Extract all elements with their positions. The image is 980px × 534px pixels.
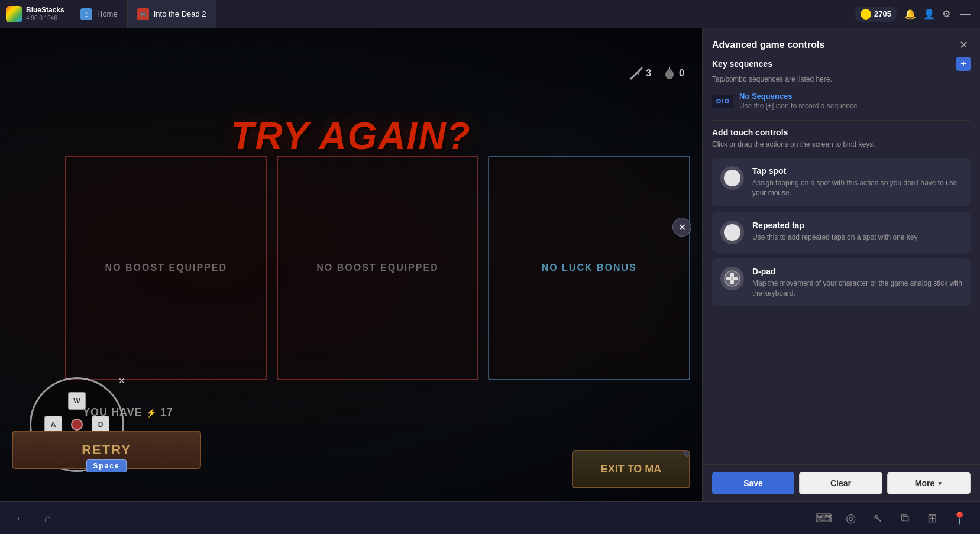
svg-rect-5 — [668, 69, 671, 71]
app-name: BlueStacks — [26, 7, 64, 14]
game-hud: 3 0 — [630, 67, 684, 80]
save-button[interactable]: Save — [712, 472, 794, 494]
repeated-tap-text: Repeated tap Use this to add repeated ta… — [752, 221, 962, 242]
right-panel: Advanced game controls ✕ Key sequences +… — [702, 28, 980, 501]
panel-title: Advanced game controls — [712, 40, 824, 50]
app-name-block: BlueStacks 4.90.0.1046 — [26, 7, 64, 21]
knife-count: 3 — [646, 68, 651, 79]
tap-spot-desc: Assign tapping on a spot with this actio… — [752, 178, 962, 198]
settings-icon[interactable]: ⚙ — [942, 8, 950, 20]
clear-button[interactable]: Clear — [799, 472, 882, 494]
exit-key-badge: Enter — [618, 450, 644, 451]
dpad-center — [71, 419, 83, 431]
top-bar: BlueStacks 4.90.0.1046 ⌂ Home 🎮 Into the… — [0, 0, 980, 28]
dpad-close-icon[interactable]: ✕ — [118, 376, 125, 386]
game-tab-icon: 🎮 — [137, 8, 149, 20]
exit-close-icon[interactable]: ✕ — [683, 450, 690, 457]
seq-line — [722, 99, 723, 103]
retry-key-badge: Space — [86, 459, 126, 472]
topbar-right: 2705 🔔 👤 ⚙ — — [855, 7, 980, 22]
panel-close-x[interactable]: ✕ — [672, 218, 691, 237]
notification-icon[interactable]: 🔔 — [904, 8, 916, 20]
coin-icon — [861, 9, 871, 20]
more-button[interactable]: More ▼ — [887, 472, 971, 494]
bluestacks-logo-icon — [6, 6, 22, 22]
tab-home-label: Home — [97, 9, 118, 18]
minimize-button[interactable]: — — [960, 8, 971, 20]
home-tab-icon: ⌂ — [80, 8, 92, 20]
dpad-item[interactable]: D-pad Map the movement of your character… — [712, 258, 971, 307]
panel-header: Advanced game controls ✕ — [703, 28, 980, 57]
seq-dot-1 — [716, 99, 721, 103]
panel-close-button[interactable]: ✕ — [956, 38, 971, 52]
repeated-tap-item[interactable]: Repeated tap Use this to add repeated ta… — [712, 212, 971, 253]
add-touch-title: Add touch controls — [712, 128, 971, 137]
no-sequences-item: No Sequences Use the [+] icon to record … — [712, 92, 971, 111]
panel-content: Key sequences + Tap/combo sequences are … — [703, 57, 980, 464]
boost-panels: NO BOOST EQUIPPED NO BOOST EQUIPPED NO L… — [65, 156, 690, 380]
toolbar-back-icon[interactable]: ← — [12, 512, 30, 525]
dpad-item-name: D-pad — [752, 267, 962, 276]
coin-display: 2705 — [855, 7, 897, 22]
boost-panel-1: NO BOOST EQUIPPED — [65, 156, 267, 380]
panel-footer: Save Clear More ▼ — [703, 464, 980, 501]
tab-game[interactable]: 🎮 Into the Dead 2 — [128, 0, 216, 28]
you-have-text: YOU HAVE ⚡ 17 — [83, 406, 173, 419]
repeated-tap-desc: Use this to add repeated taps on a spot … — [752, 232, 962, 242]
svg-rect-9 — [730, 280, 734, 284]
svg-point-12 — [730, 277, 734, 280]
tap-spot-item[interactable]: Tap spot Assign tapping on a spot with t… — [712, 158, 971, 206]
dpad-icon-svg — [724, 270, 740, 287]
toolbar-home-icon[interactable]: ⌂ — [39, 512, 57, 525]
repeated-tap-circle — [724, 224, 740, 241]
app-version: 4.90.0.1046 — [26, 15, 64, 21]
exit-map-button[interactable]: Enter ✕ EXIT TO MA — [572, 450, 690, 488]
knife-counter: 3 — [630, 67, 651, 80]
dpad-item-text: D-pad Map the movement of your character… — [752, 267, 962, 299]
thunder-icon: ⚡ — [146, 408, 157, 418]
no-sequences-label: No Sequences — [739, 92, 858, 101]
no-sequences-content: No Sequences Use the [+] icon to record … — [739, 92, 858, 111]
sequence-icon — [712, 95, 733, 108]
svg-point-4 — [665, 70, 674, 79]
toolbar-multi-icon[interactable]: ⧉ — [896, 512, 914, 525]
add-sequence-button[interactable]: + — [956, 57, 971, 71]
coin-value: 2705 — [874, 9, 891, 18]
no-sequences-desc: Use the [+] icon to record a sequence — [739, 102, 858, 111]
more-label: More — [915, 478, 934, 488]
retry-button[interactable]: RETRY Space — [12, 431, 201, 469]
boost-panel-3: NO LUCK BONUS — [488, 156, 690, 380]
toolbar-pin-icon[interactable]: 📍 — [950, 511, 968, 525]
key-sequences-subtitle: Tap/combo sequences are listed here. — [712, 75, 971, 85]
tap-spot-text: Tap spot Assign tapping on a spot with t… — [752, 166, 962, 198]
tab-home[interactable]: ⌂ Home — [71, 0, 128, 28]
key-sequences-header: Key sequences + — [712, 57, 971, 71]
chevron-down-icon: ▼ — [937, 480, 943, 487]
bottom-area: RETRY Space Enter ✕ EXIT TO MA — [12, 431, 690, 469]
bottom-toolbar: ← ⌂ ⌨ ◎ ↖ ⧉ ⊞ 📍 — [0, 501, 980, 534]
svg-rect-8 — [730, 273, 734, 277]
dpad-item-icon — [720, 267, 744, 290]
tab-game-label: Into the Dead 2 — [154, 9, 206, 18]
main-area: 3 0 TRY AGAIN? NO BOOST EQUIPPED NO BOOS… — [0, 28, 980, 501]
tap-spot-circle — [724, 170, 740, 186]
toolbar-keyboard-icon[interactable]: ⌨ — [814, 511, 832, 525]
add-touch-subtitle: Click or drag the actions on the screen … — [712, 140, 971, 150]
toolbar-expand-icon[interactable]: ⊞ — [923, 511, 941, 525]
game-area: 3 0 TRY AGAIN? NO BOOST EQUIPPED NO BOOS… — [0, 28, 702, 501]
section-divider — [712, 120, 971, 121]
toolbar-cursor-icon[interactable]: ↖ — [869, 511, 887, 525]
tap-spot-icon — [720, 166, 744, 190]
dpad-item-desc: Map the movement of your character or th… — [752, 279, 962, 299]
toolbar-gamepad-icon[interactable]: ◎ — [842, 511, 859, 525]
grenade-counter: 0 — [663, 67, 684, 80]
svg-rect-10 — [726, 277, 731, 280]
svg-text:🎮: 🎮 — [140, 11, 147, 18]
seq-dot-2 — [725, 99, 729, 103]
boost-panel-2: NO BOOST EQUIPPED — [277, 156, 479, 380]
repeated-tap-icon — [720, 221, 744, 244]
grenade-count: 0 — [679, 68, 684, 79]
try-again-text: TRY AGAIN? — [231, 114, 471, 158]
repeated-tap-name: Repeated tap — [752, 221, 962, 230]
profile-icon[interactable]: 👤 — [923, 8, 935, 20]
